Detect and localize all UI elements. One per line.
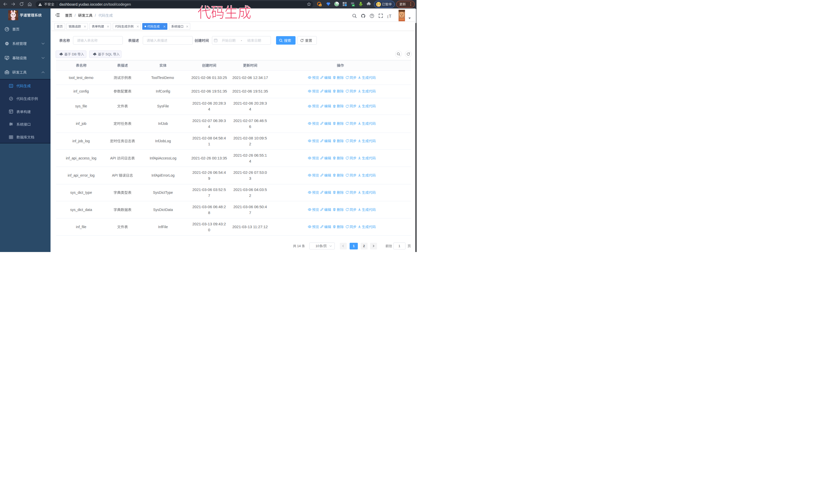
svg-text:1: 1 xyxy=(320,4,321,6)
svg-text:on: on xyxy=(352,5,354,6)
svg-text:т: т xyxy=(387,14,388,18)
svg-text:T: T xyxy=(389,14,391,18)
